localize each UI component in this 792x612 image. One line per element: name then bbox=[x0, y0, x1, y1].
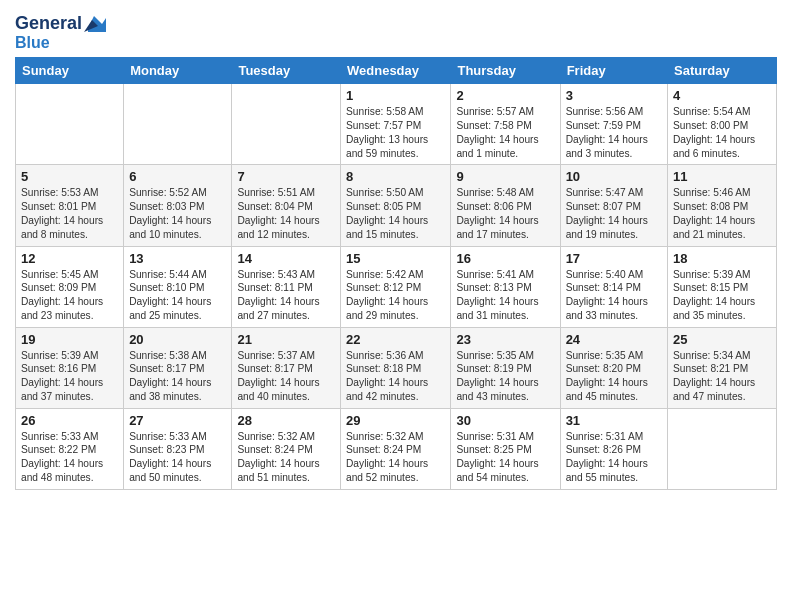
calendar-cell: 21Sunrise: 5:37 AMSunset: 8:17 PMDayligh… bbox=[232, 327, 341, 408]
cell-info: Sunrise: 5:52 AMSunset: 8:03 PMDaylight:… bbox=[129, 186, 226, 241]
calendar-cell: 5Sunrise: 5:53 AMSunset: 8:01 PMDaylight… bbox=[16, 165, 124, 246]
cell-info: Sunrise: 5:35 AMSunset: 8:20 PMDaylight:… bbox=[566, 349, 662, 404]
calendar-cell: 13Sunrise: 5:44 AMSunset: 8:10 PMDayligh… bbox=[124, 246, 232, 327]
calendar-cell: 31Sunrise: 5:31 AMSunset: 8:26 PMDayligh… bbox=[560, 408, 667, 489]
calendar-header-row: SundayMondayTuesdayWednesdayThursdayFrid… bbox=[16, 58, 777, 84]
calendar-cell bbox=[124, 84, 232, 165]
calendar-cell: 17Sunrise: 5:40 AMSunset: 8:14 PMDayligh… bbox=[560, 246, 667, 327]
cell-info: Sunrise: 5:57 AMSunset: 7:58 PMDaylight:… bbox=[456, 105, 554, 160]
day-number: 8 bbox=[346, 169, 445, 184]
calendar-week-5: 26Sunrise: 5:33 AMSunset: 8:22 PMDayligh… bbox=[16, 408, 777, 489]
day-number: 2 bbox=[456, 88, 554, 103]
cell-info: Sunrise: 5:39 AMSunset: 8:16 PMDaylight:… bbox=[21, 349, 118, 404]
day-number: 1 bbox=[346, 88, 445, 103]
day-header-monday: Monday bbox=[124, 58, 232, 84]
calendar-week-4: 19Sunrise: 5:39 AMSunset: 8:16 PMDayligh… bbox=[16, 327, 777, 408]
day-number: 4 bbox=[673, 88, 771, 103]
day-number: 28 bbox=[237, 413, 335, 428]
calendar-cell: 15Sunrise: 5:42 AMSunset: 8:12 PMDayligh… bbox=[341, 246, 451, 327]
day-number: 15 bbox=[346, 251, 445, 266]
cell-info: Sunrise: 5:32 AMSunset: 8:24 PMDaylight:… bbox=[346, 430, 445, 485]
calendar-cell: 4Sunrise: 5:54 AMSunset: 8:00 PMDaylight… bbox=[668, 84, 777, 165]
cell-info: Sunrise: 5:53 AMSunset: 8:01 PMDaylight:… bbox=[21, 186, 118, 241]
logo-icon bbox=[84, 14, 106, 32]
calendar-cell: 7Sunrise: 5:51 AMSunset: 8:04 PMDaylight… bbox=[232, 165, 341, 246]
calendar-cell: 27Sunrise: 5:33 AMSunset: 8:23 PMDayligh… bbox=[124, 408, 232, 489]
day-header-tuesday: Tuesday bbox=[232, 58, 341, 84]
calendar-cell: 16Sunrise: 5:41 AMSunset: 8:13 PMDayligh… bbox=[451, 246, 560, 327]
day-number: 30 bbox=[456, 413, 554, 428]
calendar-cell: 20Sunrise: 5:38 AMSunset: 8:17 PMDayligh… bbox=[124, 327, 232, 408]
day-number: 19 bbox=[21, 332, 118, 347]
cell-info: Sunrise: 5:48 AMSunset: 8:06 PMDaylight:… bbox=[456, 186, 554, 241]
calendar-cell: 28Sunrise: 5:32 AMSunset: 8:24 PMDayligh… bbox=[232, 408, 341, 489]
page-header: General Blue bbox=[15, 10, 777, 51]
calendar-cell: 11Sunrise: 5:46 AMSunset: 8:08 PMDayligh… bbox=[668, 165, 777, 246]
day-number: 10 bbox=[566, 169, 662, 184]
cell-info: Sunrise: 5:36 AMSunset: 8:18 PMDaylight:… bbox=[346, 349, 445, 404]
day-number: 13 bbox=[129, 251, 226, 266]
day-number: 20 bbox=[129, 332, 226, 347]
calendar-cell: 6Sunrise: 5:52 AMSunset: 8:03 PMDaylight… bbox=[124, 165, 232, 246]
calendar-cell: 29Sunrise: 5:32 AMSunset: 8:24 PMDayligh… bbox=[341, 408, 451, 489]
cell-info: Sunrise: 5:37 AMSunset: 8:17 PMDaylight:… bbox=[237, 349, 335, 404]
day-number: 9 bbox=[456, 169, 554, 184]
day-number: 14 bbox=[237, 251, 335, 266]
calendar-cell: 8Sunrise: 5:50 AMSunset: 8:05 PMDaylight… bbox=[341, 165, 451, 246]
day-number: 21 bbox=[237, 332, 335, 347]
calendar-cell: 23Sunrise: 5:35 AMSunset: 8:19 PMDayligh… bbox=[451, 327, 560, 408]
cell-info: Sunrise: 5:43 AMSunset: 8:11 PMDaylight:… bbox=[237, 268, 335, 323]
calendar-cell: 18Sunrise: 5:39 AMSunset: 8:15 PMDayligh… bbox=[668, 246, 777, 327]
day-header-wednesday: Wednesday bbox=[341, 58, 451, 84]
day-number: 29 bbox=[346, 413, 445, 428]
cell-info: Sunrise: 5:51 AMSunset: 8:04 PMDaylight:… bbox=[237, 186, 335, 241]
cell-info: Sunrise: 5:35 AMSunset: 8:19 PMDaylight:… bbox=[456, 349, 554, 404]
calendar-cell bbox=[232, 84, 341, 165]
day-number: 17 bbox=[566, 251, 662, 266]
day-number: 16 bbox=[456, 251, 554, 266]
day-number: 25 bbox=[673, 332, 771, 347]
calendar-cell: 14Sunrise: 5:43 AMSunset: 8:11 PMDayligh… bbox=[232, 246, 341, 327]
calendar-cell: 1Sunrise: 5:58 AMSunset: 7:57 PMDaylight… bbox=[341, 84, 451, 165]
cell-info: Sunrise: 5:46 AMSunset: 8:08 PMDaylight:… bbox=[673, 186, 771, 241]
calendar-cell bbox=[668, 408, 777, 489]
logo-general: General bbox=[15, 14, 82, 34]
calendar-cell: 24Sunrise: 5:35 AMSunset: 8:20 PMDayligh… bbox=[560, 327, 667, 408]
cell-info: Sunrise: 5:33 AMSunset: 8:23 PMDaylight:… bbox=[129, 430, 226, 485]
calendar-cell: 12Sunrise: 5:45 AMSunset: 8:09 PMDayligh… bbox=[16, 246, 124, 327]
calendar-cell: 2Sunrise: 5:57 AMSunset: 7:58 PMDaylight… bbox=[451, 84, 560, 165]
calendar-week-2: 5Sunrise: 5:53 AMSunset: 8:01 PMDaylight… bbox=[16, 165, 777, 246]
cell-info: Sunrise: 5:41 AMSunset: 8:13 PMDaylight:… bbox=[456, 268, 554, 323]
calendar-week-1: 1Sunrise: 5:58 AMSunset: 7:57 PMDaylight… bbox=[16, 84, 777, 165]
day-number: 7 bbox=[237, 169, 335, 184]
day-number: 31 bbox=[566, 413, 662, 428]
day-number: 22 bbox=[346, 332, 445, 347]
cell-info: Sunrise: 5:58 AMSunset: 7:57 PMDaylight:… bbox=[346, 105, 445, 160]
cell-info: Sunrise: 5:45 AMSunset: 8:09 PMDaylight:… bbox=[21, 268, 118, 323]
calendar-cell bbox=[16, 84, 124, 165]
day-number: 26 bbox=[21, 413, 118, 428]
day-number: 11 bbox=[673, 169, 771, 184]
day-number: 6 bbox=[129, 169, 226, 184]
day-number: 12 bbox=[21, 251, 118, 266]
cell-info: Sunrise: 5:38 AMSunset: 8:17 PMDaylight:… bbox=[129, 349, 226, 404]
day-header-sunday: Sunday bbox=[16, 58, 124, 84]
cell-info: Sunrise: 5:54 AMSunset: 8:00 PMDaylight:… bbox=[673, 105, 771, 160]
calendar-table: SundayMondayTuesdayWednesdayThursdayFrid… bbox=[15, 57, 777, 489]
day-number: 23 bbox=[456, 332, 554, 347]
day-number: 27 bbox=[129, 413, 226, 428]
calendar-cell: 10Sunrise: 5:47 AMSunset: 8:07 PMDayligh… bbox=[560, 165, 667, 246]
cell-info: Sunrise: 5:39 AMSunset: 8:15 PMDaylight:… bbox=[673, 268, 771, 323]
calendar-cell: 9Sunrise: 5:48 AMSunset: 8:06 PMDaylight… bbox=[451, 165, 560, 246]
day-number: 24 bbox=[566, 332, 662, 347]
cell-info: Sunrise: 5:56 AMSunset: 7:59 PMDaylight:… bbox=[566, 105, 662, 160]
calendar-cell: 30Sunrise: 5:31 AMSunset: 8:25 PMDayligh… bbox=[451, 408, 560, 489]
day-header-saturday: Saturday bbox=[668, 58, 777, 84]
calendar-cell: 25Sunrise: 5:34 AMSunset: 8:21 PMDayligh… bbox=[668, 327, 777, 408]
cell-info: Sunrise: 5:44 AMSunset: 8:10 PMDaylight:… bbox=[129, 268, 226, 323]
calendar-cell: 26Sunrise: 5:33 AMSunset: 8:22 PMDayligh… bbox=[16, 408, 124, 489]
cell-info: Sunrise: 5:31 AMSunset: 8:25 PMDaylight:… bbox=[456, 430, 554, 485]
calendar-cell: 22Sunrise: 5:36 AMSunset: 8:18 PMDayligh… bbox=[341, 327, 451, 408]
day-number: 3 bbox=[566, 88, 662, 103]
cell-info: Sunrise: 5:50 AMSunset: 8:05 PMDaylight:… bbox=[346, 186, 445, 241]
